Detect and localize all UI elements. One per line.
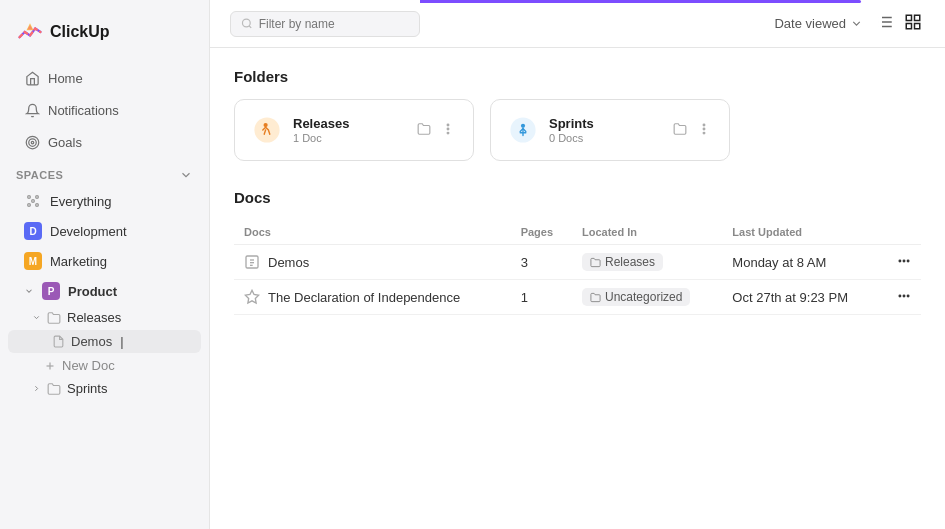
- svg-point-7: [36, 196, 39, 199]
- col-header-docs: Docs: [234, 220, 511, 245]
- folder-card-releases-left: 🏠 Releases 1 Doc: [251, 114, 349, 146]
- sprints-folder-emoji: [507, 114, 539, 146]
- folder-card-releases[interactable]: 🏠 Releases 1 Doc: [234, 99, 474, 161]
- sidebar-item-goals-label: Goals: [48, 135, 82, 150]
- sprints-folder-name: Sprints: [549, 116, 594, 131]
- releases-folder-actions: [415, 120, 457, 141]
- product-avatar: P: [42, 282, 60, 300]
- chevron-down-date-icon: [850, 17, 863, 30]
- view-toggle: [873, 10, 925, 37]
- svg-point-6: [28, 196, 31, 199]
- svg-point-39: [899, 260, 901, 262]
- svg-point-44: [903, 295, 905, 297]
- sidebar-item-product[interactable]: P Product: [8, 277, 201, 305]
- logo-text: ClickUp: [50, 23, 110, 41]
- svg-point-8: [28, 204, 31, 207]
- topbar-right: Date viewed: [774, 10, 925, 37]
- sidebar-item-development[interactable]: D Development: [8, 217, 201, 245]
- sidebar-folder-sprints-label: Sprints: [67, 381, 107, 396]
- folder-location2-icon: [590, 292, 601, 303]
- svg-point-4: [31, 141, 34, 144]
- row-declaration-actions[interactable]: [881, 280, 921, 315]
- sidebar-folder-releases-label: Releases: [67, 310, 121, 325]
- svg-point-31: [521, 124, 525, 128]
- home-icon: [24, 70, 40, 86]
- sidebar-item-product-label: Product: [68, 284, 117, 299]
- sprints-folder-icon[interactable]: [671, 120, 689, 141]
- releases-more-button[interactable]: [439, 120, 457, 141]
- row-demos-updated: Monday at 8 AM: [722, 245, 881, 280]
- sidebar-folder-releases[interactable]: Releases: [0, 306, 209, 329]
- chevron-down-icon[interactable]: [179, 168, 193, 182]
- row-declaration-name: The Declaration of Independence: [234, 280, 511, 315]
- sidebar: ClickUp Home Notifications Goals Spaces …: [0, 0, 210, 529]
- sprints-folder-info: Sprints 0 Docs: [549, 116, 594, 144]
- folder-icon: [47, 311, 61, 325]
- svg-point-12: [242, 19, 250, 27]
- svg-rect-21: [915, 15, 920, 20]
- releases-folder-emoji: 🏠: [251, 114, 283, 146]
- sidebar-item-everything[interactable]: Everything: [8, 187, 201, 215]
- svg-rect-23: [906, 24, 911, 29]
- search-icon: [241, 17, 253, 30]
- search-input[interactable]: [259, 17, 409, 31]
- row-declaration-pages: 1: [511, 280, 572, 315]
- row-demos-actions[interactable]: [881, 245, 921, 280]
- sidebar-item-goals[interactable]: Goals: [8, 127, 201, 157]
- svg-rect-20: [906, 15, 911, 20]
- progress-bar: [420, 0, 861, 3]
- docs-section-title: Docs: [234, 189, 921, 206]
- grid-view-button[interactable]: [901, 10, 925, 37]
- svg-point-3: [28, 138, 36, 146]
- grid-view-icon: [904, 13, 922, 31]
- doc-icon: [52, 335, 65, 348]
- sidebar-item-notifications-label: Notifications: [48, 103, 119, 118]
- sidebar-folder-sprints[interactable]: Sprints: [0, 377, 209, 400]
- list-view-button[interactable]: [873, 10, 897, 37]
- row-more-icon[interactable]: [897, 254, 911, 268]
- doc-file-icon: [244, 254, 260, 270]
- content-area: Folders 🏠 R: [210, 48, 945, 529]
- col-header-pages: Pages: [511, 220, 572, 245]
- folder-card-sprints-left: Sprints 0 Docs: [507, 114, 594, 146]
- releases-folder-name: Releases: [293, 116, 349, 131]
- sidebar-doc-demos[interactable]: Demos |: [8, 330, 201, 353]
- folder-sprints-icon: [47, 382, 61, 396]
- table-header-row: Docs Pages Located In Last Updated: [234, 220, 921, 245]
- sprints-folder-count: 0 Docs: [549, 132, 594, 144]
- sidebar-doc-demos-label: Demos: [71, 334, 112, 349]
- table-row[interactable]: The Declaration of Independence 1 Uncate…: [234, 280, 921, 315]
- date-viewed-button[interactable]: Date viewed: [774, 16, 863, 31]
- releases-folder-info: Releases 1 Doc: [293, 116, 349, 144]
- releases-folder-icon[interactable]: [415, 120, 433, 141]
- svg-point-28: [447, 128, 449, 130]
- folders-grid: 🏠 Releases 1 Doc: [234, 99, 921, 161]
- folder-card-sprints[interactable]: Sprints 0 Docs: [490, 99, 730, 161]
- sidebar-item-home-label: Home: [48, 71, 83, 86]
- row-more2-icon[interactable]: [897, 289, 911, 303]
- logo-area: ClickUp: [0, 12, 209, 62]
- development-avatar: D: [24, 222, 42, 240]
- sidebar-item-home[interactable]: Home: [8, 63, 201, 93]
- list-view-icon: [876, 13, 894, 31]
- plus-icon: [44, 360, 56, 372]
- svg-point-32: [703, 124, 705, 126]
- folders-section-title: Folders: [234, 68, 921, 85]
- search-box[interactable]: [230, 11, 420, 37]
- docs-table: Docs Pages Located In Last Updated Demos: [234, 220, 921, 315]
- main-content: Date viewed Folders: [210, 0, 945, 529]
- table-row[interactable]: Demos 3 Releases Monday at 8 AM: [234, 245, 921, 280]
- sprints-folder-actions: [671, 120, 713, 141]
- sprints-more-button[interactable]: [695, 120, 713, 141]
- col-header-updated: Last Updated: [722, 220, 881, 245]
- svg-point-45: [907, 295, 909, 297]
- sidebar-item-development-label: Development: [50, 224, 127, 239]
- sidebar-item-notifications[interactable]: Notifications: [8, 95, 201, 125]
- row-demos-name: Demos: [234, 245, 511, 280]
- chevron-right-sprints-icon: [32, 384, 41, 393]
- chevron-down-icon-product: [24, 286, 34, 296]
- sidebar-item-marketing[interactable]: M Marketing: [8, 247, 201, 275]
- svg-marker-42: [245, 290, 258, 303]
- svg-line-13: [249, 26, 251, 28]
- sidebar-new-doc[interactable]: New Doc: [0, 354, 209, 377]
